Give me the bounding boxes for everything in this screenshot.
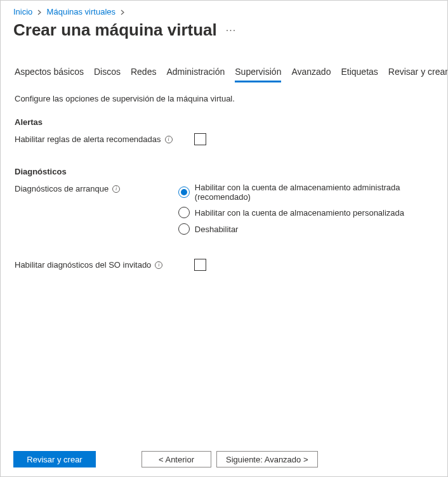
chevron-right-icon xyxy=(121,9,125,16)
tab-tags[interactable]: Etiquetas xyxy=(341,67,378,82)
boot-option-disable-label: Deshabilitar xyxy=(195,225,239,234)
diagnostics-heading: Diagnósticos xyxy=(15,167,433,176)
boot-option-custom-label: Habilitar con la cuenta de almacenamient… xyxy=(195,208,404,218)
alerts-enable-row: Habilitar reglas de alerta recomendadas … xyxy=(15,133,433,145)
alerts-enable-label: Habilitar reglas de alerta recomendadas xyxy=(15,134,161,144)
alerts-heading: Alertas xyxy=(15,117,433,127)
guest-os-diagnostics-row: Habilitar diagnósticos del SO invitado i xyxy=(15,259,433,271)
review-create-button[interactable]: Revisar y crear xyxy=(13,451,96,467)
breadcrumb-vms[interactable]: Máquinas virtuales xyxy=(47,7,115,16)
boot-option-custom[interactable]: Habilitar con la cuenta de almacenamient… xyxy=(178,207,433,218)
content: Configure las opciones de supervisión de… xyxy=(1,82,447,271)
page-title-row: Crear una máquina virtual ··· xyxy=(1,16,447,40)
tab-basics[interactable]: Aspectos básicos xyxy=(15,67,84,82)
boot-diagnostics-row: Diagnósticos de arranque i Habilitar con… xyxy=(15,183,433,235)
tab-advanced[interactable]: Avanzado xyxy=(291,67,331,82)
tab-review[interactable]: Revisar y crear xyxy=(388,67,448,82)
boot-diagnostics-label: Diagnósticos de arranque xyxy=(15,184,109,193)
guest-os-diagnostics-label: Habilitar diagnósticos del SO invitado xyxy=(15,260,151,270)
footer: Revisar y crear < Anterior Siguiente: Av… xyxy=(13,451,435,467)
next-button[interactable]: Siguiente: Avanzado > xyxy=(216,451,318,467)
page-title: Crear una máquina virtual xyxy=(13,20,217,40)
radio-icon xyxy=(178,223,190,235)
tab-management[interactable]: Administración xyxy=(166,67,225,82)
more-actions-icon[interactable]: ··· xyxy=(226,25,236,36)
chevron-right-icon xyxy=(37,9,42,16)
radio-icon xyxy=(178,186,190,198)
tab-networking[interactable]: Redes xyxy=(131,67,156,82)
tab-disks[interactable]: Discos xyxy=(94,67,121,82)
tabs: Aspectos básicos Discos Redes Administra… xyxy=(1,40,447,82)
previous-button[interactable]: < Anterior xyxy=(142,451,211,467)
breadcrumb-home[interactable]: Inicio xyxy=(13,7,32,16)
boot-diagnostics-radio-group: Habilitar con la cuenta de almacenamient… xyxy=(178,183,433,235)
info-icon[interactable]: i xyxy=(155,261,162,269)
boot-option-disable[interactable]: Deshabilitar xyxy=(178,223,433,235)
boot-option-managed[interactable]: Habilitar con la cuenta de almacenamient… xyxy=(178,183,433,202)
guest-os-diagnostics-checkbox[interactable] xyxy=(194,259,206,271)
info-icon[interactable]: i xyxy=(112,185,120,193)
intro-text: Configure las opciones de supervisión de… xyxy=(15,94,433,103)
tab-monitoring[interactable]: Supervisión xyxy=(235,67,281,82)
boot-option-managed-label: Habilitar con la cuenta de almacenamient… xyxy=(195,183,433,202)
breadcrumb: Inicio Máquinas virtuales xyxy=(1,1,447,16)
info-icon[interactable]: i xyxy=(165,136,173,143)
alerts-enable-checkbox[interactable] xyxy=(194,133,206,145)
radio-icon xyxy=(178,207,190,218)
